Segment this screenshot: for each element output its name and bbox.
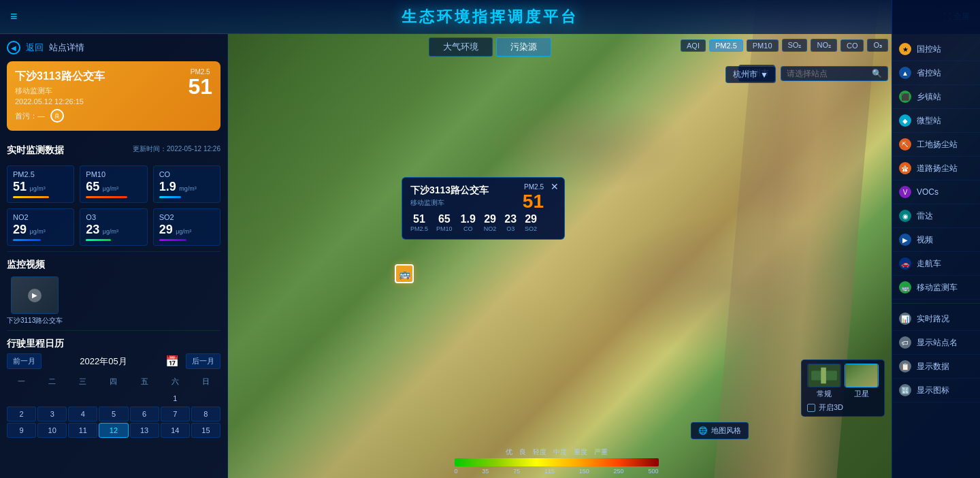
- sidebar-item-road[interactable]: 🛣 道路扬尘站: [892, 157, 980, 180]
- legend-moderate: 中度: [553, 447, 567, 457]
- township-station-icon: ⬛: [899, 91, 911, 103]
- bus-marker[interactable]: 🚌: [395, 264, 414, 283]
- cal-day-11[interactable]: 11: [68, 423, 97, 438]
- sidebar-item-video[interactable]: ▶ 视频: [892, 228, 980, 252]
- cal-day-9[interactable]: 9: [7, 423, 36, 438]
- aqi-btn-so2[interactable]: SO₂: [782, 39, 808, 52]
- vehicle-subtitle: 移动监测车: [15, 86, 212, 96]
- sidebar-item-realtime-traffic[interactable]: 📊 实时路况: [892, 307, 980, 331]
- sidebar-item-show-icons[interactable]: 🔣 显示图标: [892, 379, 980, 402]
- menu-icon[interactable]: ≡: [10, 10, 18, 24]
- video-section: 监控视频 ▶ 下沙3113路公交车: [7, 259, 220, 325]
- map-style-button[interactable]: 🌐 地图风格: [691, 422, 749, 439]
- search-input[interactable]: [787, 69, 868, 78]
- legend-fine: 良: [519, 447, 526, 457]
- search-icon[interactable]: 🔍: [872, 69, 882, 78]
- cell-unit-co: mg/m³: [179, 185, 197, 192]
- vehicle-card: 下沙3113路公交车 移动监测车 2022.05.12 12:26:15 首污：…: [7, 61, 220, 131]
- aqi-btn-pm25[interactable]: PM2.5: [709, 39, 743, 52]
- cal-day-7[interactable]: 7: [161, 407, 190, 421]
- legend-wrapper: 优 良 轻度 中度 重度 严重 0 35 75 115 150 250 500: [455, 447, 659, 475]
- sidebar-item-micro[interactable]: ◆ 微型站: [892, 109, 980, 133]
- aqi-btn-aqi[interactable]: AQI: [681, 39, 706, 52]
- aqi-btn-pm10[interactable]: PM10: [747, 39, 779, 52]
- data-cell-co: CO 1.9 mg/m³: [153, 165, 220, 203]
- popup-val-so2: 29: [525, 213, 537, 225]
- open3d-row: 开启3D: [807, 402, 879, 413]
- sidebar-item-construction[interactable]: ⛏ 工地扬尘站: [892, 133, 980, 157]
- legend-numbers: 0 35 75 115 150 250 500: [455, 468, 659, 475]
- aqi-btn-co[interactable]: CO: [840, 39, 864, 52]
- cal-day-1[interactable]: 1: [161, 392, 190, 405]
- cell-value-pm10: 65: [86, 180, 99, 193]
- cal-day-15[interactable]: 15: [191, 423, 220, 438]
- sidebar-label-show-names: 显示站点名: [917, 337, 958, 349]
- cal-day-14[interactable]: 14: [161, 423, 190, 438]
- next-month-button[interactable]: 后一月: [186, 353, 220, 369]
- sidebar-item-radar[interactable]: ◉ 雷达: [892, 204, 980, 228]
- cal-day-5[interactable]: 5: [99, 407, 128, 421]
- cell-value-o3: 23: [86, 223, 99, 236]
- calendar-icon[interactable]: 📅: [165, 355, 179, 368]
- svg-rect-2: [821, 368, 826, 384]
- prev-month-button[interactable]: 前一月: [7, 353, 42, 369]
- cal-day-13[interactable]: 13: [130, 423, 159, 438]
- aqi-btn-o3[interactable]: O₃: [867, 39, 888, 52]
- right-sidebar: ★ 国控站 ▲ 省控站 ⬛ 乡镇站 ◆ 微型站 ⛏ 工地扬尘站 🛣 道路扬尘站 …: [892, 0, 980, 478]
- sidebar-item-monitor-car[interactable]: 🚌 移动监测车: [892, 276, 980, 300]
- legend-num-500: 500: [648, 468, 658, 475]
- weekday-thu: 四: [99, 375, 128, 389]
- mileage-title: 行驶里程日历: [7, 338, 220, 350]
- mileage-section: 行驶里程日历 前一月 2022年05月 📅 后一月 一 二 三 四 五 六 日 …: [7, 338, 220, 438]
- cal-day-empty-6: [191, 392, 220, 405]
- sidebar-item-vocs[interactable]: V VOCs: [892, 180, 980, 204]
- popup-lbl-pm25: PM2.5: [410, 225, 428, 232]
- popup-lbl-pm10: PM10: [436, 225, 453, 232]
- vehicle-title: 下沙3113路公交车: [15, 69, 212, 84]
- sidebar-item-national[interactable]: ★ 国控站: [892, 37, 980, 61]
- cal-day-3[interactable]: 3: [37, 407, 67, 421]
- city-dropdown-arrow: ▼: [760, 70, 768, 80]
- cal-day-6[interactable]: 6: [130, 407, 159, 421]
- bar-o3: [86, 239, 111, 241]
- cal-day-2[interactable]: 2: [7, 407, 36, 421]
- sidebar-item-show-names[interactable]: 🏷 显示站点名: [892, 331, 980, 355]
- style-normal-label: 常规: [817, 389, 832, 399]
- sidebar-item-show-data[interactable]: 📋 显示数据: [892, 355, 980, 379]
- sidebar-item-mobile-car[interactable]: 🚗 走航车: [892, 252, 980, 276]
- tab-atmosphere[interactable]: 大气环境: [429, 37, 493, 57]
- cell-label-o3: O3: [86, 213, 141, 221]
- cal-day-8[interactable]: 8: [191, 407, 220, 421]
- bus-icon[interactable]: 🚌: [395, 264, 414, 283]
- popup-lbl-no2: NO2: [484, 225, 497, 232]
- city-dropdown[interactable]: 杭州市 ▼: [725, 66, 776, 83]
- popup-close-button[interactable]: ✕: [551, 181, 559, 192]
- sidebar-label-construction: 工地扬尘站: [917, 139, 958, 150]
- radar-icon: ◉: [899, 210, 911, 222]
- aqi-btn-no2[interactable]: NO₂: [811, 39, 837, 52]
- popup-val-co: 1.9: [461, 213, 476, 225]
- popup-data-so2: 29 SO2: [525, 213, 537, 232]
- cal-day-10[interactable]: 10: [37, 423, 67, 438]
- cell-unit-so2: μg/m³: [176, 228, 191, 235]
- sidebar-item-provincial[interactable]: ▲ 省控站: [892, 61, 980, 85]
- sidebar-label-monitor-car: 移动监测车: [917, 282, 958, 293]
- legend-severe: 严重: [594, 447, 608, 457]
- play-button[interactable]: ▶: [28, 289, 42, 302]
- cell-unit-o3: μg/m³: [103, 228, 118, 235]
- sidebar-item-township[interactable]: ⬛ 乡镇站: [892, 85, 980, 109]
- style-thumbnails: 常规 卫星: [807, 364, 879, 399]
- video-thumbnail[interactable]: ▶: [11, 276, 59, 314]
- back-button[interactable]: ◀ 返回 站点详情: [7, 41, 220, 54]
- tab-pollution-source[interactable]: 污染源: [496, 37, 551, 57]
- cal-day-12-today[interactable]: 12: [99, 423, 128, 438]
- sidebar-label-township: 乡镇站: [917, 91, 941, 103]
- open3d-checkbox[interactable]: [807, 404, 815, 412]
- globe-icon: 🌐: [698, 426, 708, 435]
- cal-day-4[interactable]: 4: [68, 407, 97, 421]
- divider-2: [7, 330, 220, 331]
- style-satellite-thumb[interactable]: [845, 364, 879, 387]
- cell-value-pm25: 51: [13, 180, 27, 193]
- legend-color-bar: [455, 458, 659, 466]
- style-normal-thumb[interactable]: [807, 364, 841, 387]
